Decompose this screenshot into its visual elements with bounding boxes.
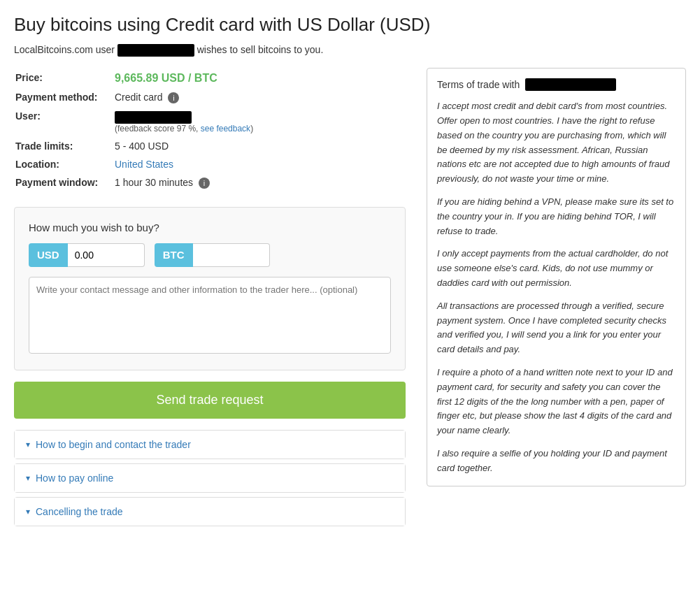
see-feedback-link[interactable]: see feedback <box>201 124 250 133</box>
usd-label: USD <box>29 243 68 267</box>
accordion-btn-2[interactable]: ▾ Cancelling the trade <box>15 498 405 526</box>
accordion: ▾ How to begin and contact the trader ▾ … <box>14 430 406 526</box>
payment-window-label: Payment window: <box>15 174 113 192</box>
terms-header: Terms of trade with <box>437 78 676 91</box>
payment-window-row: Payment window: 1 hour 30 minutes i <box>15 174 404 192</box>
feedback-text: (feedback score 97 %, see feedback) <box>115 124 400 133</box>
accordion-btn-0[interactable]: ▾ How to begin and contact the trader <box>15 431 405 459</box>
trade-limits-row: Trade limits: 5 - 400 USD <box>15 138 404 154</box>
location-value: United States <box>115 156 404 173</box>
terms-header-prefix: Terms of trade with <box>437 79 520 90</box>
user-value: (feedback score 97 %, see feedback) <box>115 108 404 136</box>
price-row: Price: 9,665.89 USD / BTC <box>15 69 404 87</box>
price-value: 9,665.89 USD / BTC <box>115 69 404 87</box>
terms-para-3: All transactions are processed through a… <box>437 299 676 357</box>
trade-limits-label: Trade limits: <box>15 138 113 154</box>
user-row: User: (feedback score 97 %, see feedback… <box>15 108 404 136</box>
intro-suffix: wishes to sell bitcoins to you. <box>197 44 324 55</box>
terms-para-2: I only accept payments from the actual c… <box>437 247 676 290</box>
terms-box: Terms of trade with I accept most credit… <box>427 68 686 486</box>
price-label: Price: <box>15 69 113 87</box>
payment-method-info-icon[interactable]: i <box>168 92 179 103</box>
accordion-btn-1[interactable]: ▾ How to pay online <box>15 464 405 492</box>
terms-text: I accept most credit and debit card's fr… <box>437 99 676 475</box>
location-label: Location: <box>15 156 113 173</box>
payment-window-info-icon[interactable]: i <box>199 178 210 189</box>
user-label: User: <box>15 108 113 136</box>
accordion-label-2: Cancelling the trade <box>36 506 123 517</box>
message-textarea[interactable] <box>29 277 391 354</box>
intro-prefix: LocalBitcoins.com user <box>14 44 115 55</box>
payment-method-label: Payment method: <box>15 89 113 106</box>
accordion-label-1: How to pay online <box>36 472 113 484</box>
trade-box: How much you wish to buy? USD BTC <box>14 207 406 370</box>
accordion-item-0: ▾ How to begin and contact the trader <box>14 430 406 459</box>
intro-text: LocalBitcoins.com user wishes to sell bi… <box>14 44 686 57</box>
redacted-terms-username <box>525 78 616 91</box>
terms-para-0: I accept most credit and debit card's fr… <box>437 99 676 187</box>
usd-input[interactable] <box>68 243 145 267</box>
terms-para-5: I also require a selfie of you holding y… <box>437 447 676 476</box>
terms-para-1: If you are hiding behind a VPN, please m… <box>437 195 676 238</box>
chevron-icon-0: ▾ <box>26 440 30 449</box>
location-row: Location: United States <box>15 156 404 173</box>
payment-method-value: Credit card i <box>115 89 404 106</box>
usd-amount-group: USD <box>29 243 145 267</box>
trade-limits-value: 5 - 400 USD <box>115 138 404 154</box>
terms-para-4: I require a photo of a hand written note… <box>437 366 676 438</box>
redacted-username-inline <box>117 44 194 57</box>
amount-row: USD BTC <box>29 243 391 267</box>
chevron-icon-1: ▾ <box>26 473 30 483</box>
right-panel: Terms of trade with I accept most credit… <box>427 68 686 486</box>
chevron-icon-2: ▾ <box>26 507 30 517</box>
btc-input[interactable] <box>193 243 270 267</box>
info-table: Price: 9,665.89 USD / BTC Payment method… <box>14 68 406 192</box>
payment-window-value: 1 hour 30 minutes i <box>115 174 404 192</box>
redacted-username-block <box>115 111 192 124</box>
trade-box-title: How much you wish to buy? <box>29 222 391 233</box>
accordion-item-1: ▾ How to pay online <box>14 463 406 493</box>
payment-method-row: Payment method: Credit card i <box>15 89 404 106</box>
btc-amount-group: BTC <box>155 243 270 267</box>
page-title: Buy bitcoins using Credit card with US D… <box>14 14 686 36</box>
main-layout: Price: 9,665.89 USD / BTC Payment method… <box>14 68 686 530</box>
send-trade-request-button[interactable]: Send trade request <box>14 382 406 419</box>
left-panel: Price: 9,665.89 USD / BTC Payment method… <box>14 68 406 530</box>
btc-label: BTC <box>155 243 193 267</box>
accordion-label-0: How to begin and contact the trader <box>36 439 191 450</box>
accordion-item-2: ▾ Cancelling the trade <box>14 497 406 526</box>
location-link[interactable]: United States <box>115 159 173 170</box>
